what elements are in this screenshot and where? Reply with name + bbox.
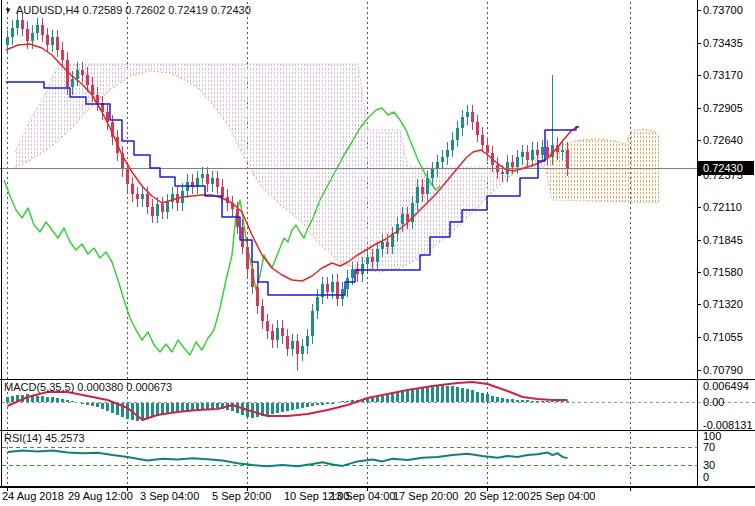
price-chart-canvas[interactable]: 0.737000.734350.731700.729050.726400.723… [0,0,755,506]
candle-body [311,311,314,336]
price-axis-label: 0.73700 [703,4,743,16]
price-axis-label: 0.73170 [703,69,743,81]
candle-body [56,37,59,50]
macd-bar [436,385,439,402]
macd-bar [341,401,344,402]
macd-bar [86,403,89,405]
price-axis-label: 0.72110 [703,201,742,213]
candle-body [386,242,389,247]
macd-bar [486,394,489,402]
candle-body [441,157,444,162]
candle-body [76,70,79,79]
macd-bar [171,403,174,413]
macd-bar [526,400,529,402]
candle-body [286,336,289,349]
mt4-chart-window: 0.737000.734350.731700.729050.726400.723… [0,0,755,506]
macd-bar [306,403,309,407]
candle-body [71,79,74,88]
rsi-axis-label: 0 [703,471,709,483]
macd-bar [491,396,494,402]
macd-bar [41,396,44,402]
macd-bar [536,401,539,402]
macd-bar [311,403,314,406]
candle-body [216,178,219,187]
symbol-marker-icon: ▼ [4,6,12,15]
macd-bar [136,403,139,421]
macd-bar [126,403,129,419]
macd-bar [381,396,384,402]
candle-body [6,37,9,45]
macd-bar [441,385,444,402]
macd-bar [396,392,399,402]
candle-body [561,150,564,153]
macd-bar [111,403,114,413]
macd-bar [106,403,109,411]
macd-bar [406,390,409,402]
macd-bar [566,401,569,402]
price-axis-label: 0.72640 [703,134,743,146]
macd-bar [61,399,64,402]
price-axis-label: 0.71320 [703,298,743,310]
macd-bar [321,403,324,405]
price-axis-label: 0.73435 [703,37,743,49]
macd-bar [541,401,544,402]
candle-body [21,20,24,29]
macd-bar [301,403,304,408]
macd-bar [206,403,209,409]
candle-body [251,269,254,287]
macd-bar [266,403,269,415]
candle-body [141,194,144,199]
macd-bar [51,397,54,402]
macd-bar [516,400,519,402]
candle-body [531,150,534,160]
candle-body [521,152,524,157]
macd-bar [296,403,299,409]
macd-bar [481,393,484,402]
price-axis-label: 0.71845 [703,234,743,246]
candle-body [461,117,464,128]
candle-body [201,174,204,178]
candle-body [336,282,339,300]
date-label: 5 Sep 20:00 [212,490,271,502]
current-price-tag-text: 0.72430 [703,162,743,174]
macd-bar [46,397,49,402]
candle-body [156,204,159,216]
candle-body [481,135,484,145]
candle-body [371,257,374,262]
candle-body [431,169,434,178]
macd-bar [11,396,14,402]
macd-bar [521,400,524,402]
macd-axis-label: 0.00 [703,396,724,408]
macd-bar [556,401,559,402]
macd-indicator-label: MACD(5,35,5) 0.000380 0.000673 [4,381,172,394]
candle-body [11,28,14,38]
macd-bar [466,389,469,402]
candle-body [456,128,459,140]
candle-body [341,289,344,299]
candle-body [516,157,519,167]
candle-body [46,35,49,45]
candle-body [501,172,504,175]
candle-body [221,187,224,197]
candle-body [526,152,529,160]
price-axis-label: 0.70790 [703,364,743,376]
macd-bar [411,389,414,402]
date-label: 29 Aug 12:00 [68,490,133,502]
macd-bar [416,388,419,402]
macd-bar [456,387,459,402]
macd-bar [81,403,84,404]
candle-body [476,122,479,135]
macd-bar [56,398,59,402]
candle-body [421,187,424,195]
candle-body [331,282,334,292]
macd-bar [276,403,279,413]
macd-bar [561,401,564,402]
macd-bar [401,391,404,402]
date-label: 13 Sep 04:00 [330,490,395,502]
price-axis-label: 0.72905 [703,102,743,114]
macd-bar [531,401,534,402]
candle-body [346,278,349,290]
macd-bar [101,403,104,409]
macd-bar [286,403,289,411]
candle-body [326,284,329,292]
